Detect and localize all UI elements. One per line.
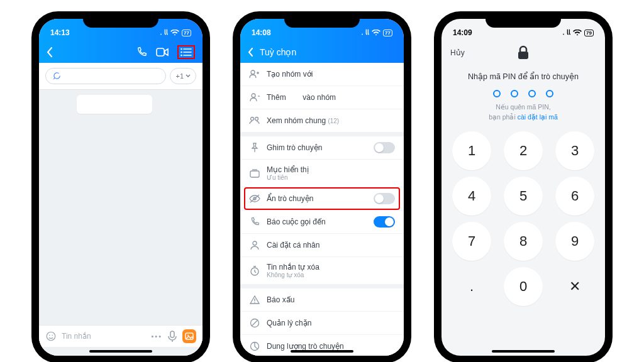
options-nav: Tuỳ chọn: [240, 41, 404, 63]
menu-list-icon: [180, 48, 192, 57]
svg-line-25: [252, 320, 258, 326]
pie-icon: [249, 341, 260, 352]
message-input-bar: Tin nhắn •••: [39, 325, 203, 347]
chat-body: +1 Tin nhắn •••: [39, 63, 203, 356]
key-2[interactable]: 2: [504, 131, 543, 170]
signal-icon: ．𝗅𝗅: [359, 28, 369, 37]
key-9[interactable]: 9: [555, 222, 594, 261]
svg-rect-27: [518, 52, 528, 59]
row-report[interactable]: Báo xấu: [240, 288, 404, 312]
home-indicator: [492, 350, 555, 353]
key-8[interactable]: 8: [504, 222, 543, 261]
svg-point-23: [254, 302, 255, 303]
key-delete[interactable]: ✕: [555, 267, 594, 306]
notch: [486, 13, 561, 28]
row-display[interactable]: Mục hiển thịƯu tiên: [240, 160, 404, 187]
row-create-group[interactable]: Tạo nhóm với: [240, 63, 404, 86]
pin-dot: [528, 90, 536, 97]
key-6[interactable]: 6: [555, 177, 594, 216]
row-call-alert[interactable]: Báo cuộc gọi đến: [240, 211, 404, 234]
phone-frame-1: 14:13 ．𝗅𝗅 77: [33, 13, 209, 362]
row-pin[interactable]: Ghim trò chuyện: [240, 136, 404, 160]
call-alert-toggle[interactable]: [374, 216, 395, 228]
row-personal[interactable]: Cài đặt cá nhân: [240, 234, 404, 257]
battery-icon: 79: [584, 30, 594, 36]
status-right: ．𝗅𝗅 79: [560, 28, 594, 37]
screen-3: 14:09 ．𝗅𝗅 79 Hủy Nhập mã PIN để ẩn trò c…: [441, 19, 605, 356]
more-icon[interactable]: •••: [151, 332, 162, 340]
svg-rect-0: [157, 48, 164, 56]
timer-icon: [249, 265, 260, 277]
status-right: ．𝗅𝗅 77: [158, 28, 191, 37]
svg-point-13: [251, 70, 255, 74]
svg-point-12: [187, 335, 189, 336]
keypad: 1 2 3 4 5 6 7 8 9 . 0 ✕: [441, 131, 605, 306]
battery-icon: 77: [383, 30, 392, 36]
message-input[interactable]: Tin nhắn: [62, 332, 146, 341]
clock: 14:09: [453, 28, 472, 37]
groups-icon: [249, 115, 260, 126]
pin-header: Hủy: [441, 41, 605, 67]
cancel-button[interactable]: Hủy: [450, 48, 465, 57]
image-button[interactable]: [182, 329, 196, 343]
mic-icon[interactable]: [167, 331, 177, 342]
video-icon[interactable]: [156, 48, 169, 57]
plus-one-badge[interactable]: +1: [170, 68, 196, 84]
phone-frame-3: 14:09 ．𝗅𝗅 79 Hủy Nhập mã PIN để ẩn trò c…: [435, 13, 611, 362]
back-button[interactable]: [47, 47, 53, 57]
image-icon: [185, 332, 194, 340]
home-indicator: [89, 350, 152, 353]
svg-rect-17: [250, 171, 259, 177]
pin-dots: [441, 90, 605, 97]
hide-toggle[interactable]: [374, 193, 395, 204]
phone-frame-2: 14:08 ．𝗅𝗅 77 Tuỳ chọn Tạo nhóm với: [234, 13, 410, 362]
key-dot[interactable]: .: [452, 267, 491, 306]
person-add-icon: [249, 92, 260, 103]
notch: [284, 13, 360, 28]
key-3[interactable]: 3: [555, 131, 594, 170]
pin-dot: [493, 90, 501, 97]
screen-2: 14:08 ．𝗅𝗅 77 Tuỳ chọn Tạo nhóm với: [240, 19, 404, 356]
svg-point-7: [47, 332, 55, 341]
nav-title: Tuỳ chọn: [260, 47, 296, 57]
row-storage[interactable]: Dung lượng trò chuyện: [240, 335, 404, 356]
row-add-to-group[interactable]: Thêm vào nhóm: [240, 86, 404, 109]
row-block[interactable]: Quản lý chặn: [240, 312, 404, 335]
reset-link[interactable]: cài đặt lại mã: [518, 113, 558, 121]
settings-person-icon: [249, 239, 260, 251]
signal-icon: ．𝗅𝗅: [560, 28, 570, 37]
block-icon: [249, 317, 260, 329]
call-alert-icon: [249, 216, 260, 228]
chevron-down-icon: [186, 74, 191, 78]
clock: 14:13: [50, 28, 70, 37]
key-1[interactable]: 1: [452, 131, 491, 170]
key-5[interactable]: 5: [504, 177, 543, 216]
svg-point-14: [252, 94, 255, 97]
chat-bubble-icon: [52, 72, 61, 80]
options-list: Tạo nhóm với Thêm vào nhóm Xem nhóm chun…: [240, 63, 404, 356]
row-hide-chat[interactable]: Ẩn trò chuyện: [240, 187, 404, 211]
status-right: ．𝗅𝗅 77: [359, 28, 392, 37]
key-4[interactable]: 4: [452, 177, 491, 216]
chip-row: +1: [39, 63, 203, 90]
pin-toggle[interactable]: [374, 142, 395, 153]
row-shared-groups[interactable]: Xem nhóm chung (12): [240, 109, 404, 133]
key-7[interactable]: 7: [452, 222, 491, 261]
svg-point-9: [52, 335, 53, 336]
svg-point-16: [255, 118, 258, 121]
eye-off-icon: [249, 193, 260, 204]
message-card: [77, 95, 152, 114]
search-chip[interactable]: [45, 68, 166, 84]
notch: [83, 13, 158, 28]
lock-icon: [516, 45, 530, 60]
row-auto-delete[interactable]: Tin nhắn tự xóaKhông tự xóa: [240, 257, 404, 285]
menu-button-highlighted[interactable]: [177, 45, 195, 59]
call-icon[interactable]: [136, 47, 147, 58]
pin-icon: [249, 142, 260, 153]
key-0[interactable]: 0: [504, 267, 543, 306]
back-button[interactable]: [248, 48, 253, 57]
display-icon: [249, 168, 260, 179]
sticker-icon[interactable]: [45, 331, 57, 342]
battery-icon: 77: [182, 30, 191, 36]
svg-rect-10: [170, 331, 174, 337]
